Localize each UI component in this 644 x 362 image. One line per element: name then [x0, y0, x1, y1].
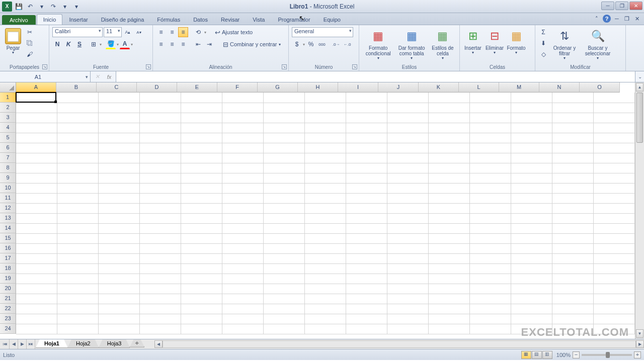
sheet-last-button[interactable]: ⏭ — [27, 339, 35, 349]
cell[interactable] — [346, 324, 387, 334]
cell[interactable] — [16, 153, 57, 163]
cell[interactable] — [387, 253, 429, 263]
row-header-5[interactable]: 5 — [0, 133, 16, 143]
column-header-B[interactable]: B — [56, 82, 97, 93]
cell[interactable] — [57, 243, 99, 253]
cell[interactable] — [264, 113, 305, 123]
autosum-button[interactable]: Σ — [538, 27, 548, 37]
cell[interactable] — [346, 113, 387, 123]
cell[interactable] — [57, 133, 99, 143]
cell[interactable] — [181, 253, 222, 263]
cell[interactable] — [16, 143, 57, 153]
cell[interactable] — [99, 213, 140, 223]
horizontal-scrollbar[interactable]: ◀ ▶ — [154, 339, 644, 349]
cell[interactable] — [264, 223, 305, 233]
cell[interactable] — [222, 153, 264, 163]
cell[interactable] — [552, 103, 593, 113]
clipboard-dialog-launcher[interactable]: ↘ — [42, 64, 47, 69]
cell[interactable] — [387, 314, 429, 324]
cell[interactable] — [16, 314, 57, 324]
cell[interactable] — [222, 133, 264, 143]
cell[interactable] — [387, 143, 429, 153]
cell[interactable] — [222, 284, 264, 294]
delete-cells-button[interactable]: ⊟ Eliminar▾ — [485, 27, 505, 70]
cell[interactable] — [346, 253, 387, 263]
tab-inicio[interactable]: Inicio — [37, 14, 63, 25]
cell[interactable] — [511, 213, 552, 223]
new-sheet-button[interactable]: ✧ — [129, 339, 144, 347]
cell[interactable] — [99, 163, 140, 173]
cell[interactable] — [16, 173, 57, 183]
cell[interactable] — [593, 193, 634, 203]
merge-center-button[interactable]: ⊟ Combinar y centrar ▾ — [220, 40, 283, 49]
vertical-scrollbar[interactable]: ▲ ▼ — [635, 82, 644, 339]
cell[interactable] — [99, 304, 140, 314]
align-right-button[interactable]: ≡ — [178, 39, 188, 49]
cell[interactable] — [511, 304, 552, 314]
row-header-7[interactable]: 7 — [0, 153, 16, 163]
cell[interactable] — [16, 243, 57, 253]
cell[interactable] — [181, 133, 222, 143]
bold-button[interactable]: N — [52, 39, 62, 49]
cell[interactable] — [222, 294, 264, 304]
column-header-J[interactable]: J — [378, 82, 419, 93]
cell[interactable] — [593, 153, 634, 163]
cell[interactable] — [222, 213, 264, 223]
cell[interactable] — [99, 93, 140, 103]
name-box-dropdown[interactable]: ▾ — [83, 74, 90, 79]
decrease-decimal-button[interactable]: ←.0 — [342, 39, 352, 49]
cell[interactable] — [57, 153, 99, 163]
cell[interactable] — [346, 153, 387, 163]
cell[interactable] — [429, 203, 470, 213]
cell[interactable] — [469, 123, 511, 133]
tab-revisar[interactable]: Revisar — [214, 14, 246, 25]
sheet-prev-button[interactable]: ◀ — [10, 339, 18, 349]
cell[interactable] — [305, 253, 346, 263]
help-icon[interactable]: ? — [603, 15, 611, 23]
cell[interactable] — [264, 324, 305, 334]
cell[interactable] — [99, 253, 140, 263]
cell[interactable] — [387, 123, 429, 133]
cell[interactable] — [57, 304, 99, 314]
cell[interactable] — [99, 203, 140, 213]
cell[interactable] — [511, 103, 552, 113]
cell[interactable] — [181, 243, 222, 253]
cell[interactable] — [264, 133, 305, 143]
minimize-ribbon-icon[interactable]: ˄ — [593, 15, 601, 23]
cell[interactable] — [387, 93, 429, 103]
tab-vista[interactable]: Vista — [246, 14, 271, 25]
row-header-24[interactable]: 24 — [0, 324, 16, 334]
cell[interactable] — [57, 113, 99, 123]
cell[interactable] — [181, 203, 222, 213]
cell[interactable] — [16, 123, 57, 133]
cell[interactable] — [222, 324, 264, 334]
font-name-combo[interactable]: Calibri — [52, 27, 103, 37]
cell[interactable] — [469, 153, 511, 163]
expand-formula-bar[interactable]: ⌄ — [635, 71, 644, 82]
cell[interactable] — [593, 93, 634, 103]
row-header-20[interactable]: 20 — [0, 284, 16, 294]
row-header-23[interactable]: 23 — [0, 314, 16, 324]
cell[interactable] — [429, 123, 470, 133]
fill-color-button[interactable]: 🪣 — [106, 39, 116, 49]
cell[interactable] — [511, 223, 552, 233]
workbook-restore-icon[interactable]: ❐ — [623, 15, 631, 23]
cell[interactable] — [99, 193, 140, 203]
tab-formulas[interactable]: Fórmulas — [150, 14, 187, 25]
cell[interactable] — [469, 113, 511, 123]
cell[interactable] — [346, 183, 387, 193]
cell[interactable] — [222, 173, 264, 183]
cell[interactable] — [469, 183, 511, 193]
cell[interactable] — [140, 163, 181, 173]
cell[interactable] — [387, 324, 429, 334]
cell[interactable] — [140, 133, 181, 143]
cell[interactable] — [511, 294, 552, 304]
border-button[interactable]: ⊞ — [89, 39, 99, 49]
cell[interactable] — [593, 233, 634, 243]
cell[interactable] — [387, 223, 429, 233]
cell[interactable] — [305, 173, 346, 183]
cell[interactable] — [222, 143, 264, 153]
cell[interactable] — [99, 103, 140, 113]
zoom-out-button[interactable]: − — [573, 351, 580, 358]
zoom-slider[interactable] — [582, 354, 632, 356]
